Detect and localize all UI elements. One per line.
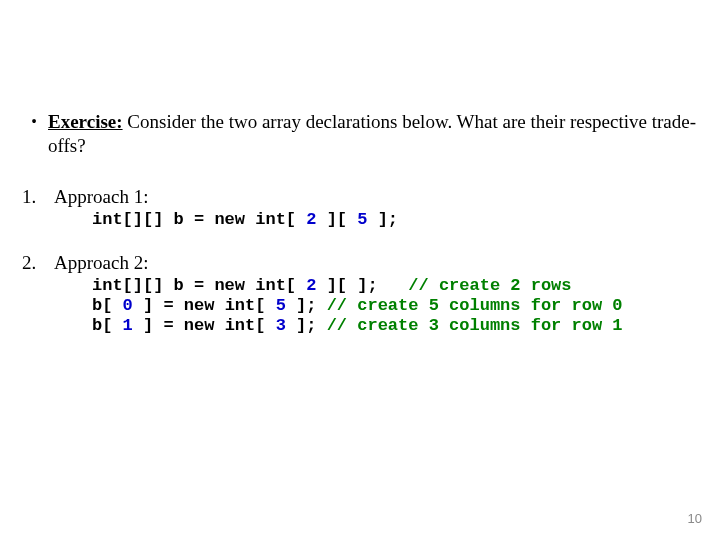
code-number: 5 (276, 296, 286, 315)
code-number: 0 (123, 296, 133, 315)
code-text: b[ (92, 296, 123, 315)
code-comment: // create 3 columns for row 1 (327, 316, 623, 335)
approach-2-title: Approach 2: (54, 252, 700, 274)
bullet-dot: • (20, 110, 48, 134)
code-text: int[][] b = new int[ (92, 276, 306, 295)
exercise-bullet: • Exercise: Consider the two array decla… (20, 110, 700, 158)
exercise-text: Exercise: Consider the two array declara… (48, 110, 700, 158)
code-text: ] = new int[ (133, 296, 276, 315)
code-text: b[ (92, 316, 123, 335)
approach-2-row: 2. Approach 2: (20, 252, 700, 274)
code-number: 2 (306, 210, 316, 229)
code-number: 3 (276, 316, 286, 335)
approach-1-number: 1. (20, 186, 54, 208)
code-text: ][ (316, 210, 357, 229)
page-number: 10 (688, 511, 702, 526)
code-comment: // create 5 columns for row 0 (327, 296, 623, 315)
slide: • Exercise: Consider the two array decla… (0, 0, 720, 540)
approach-1-row: 1. Approach 1: (20, 186, 700, 208)
code-number: 2 (306, 276, 316, 295)
code-text: ]; (286, 296, 327, 315)
code-comment: // create 2 rows (408, 276, 571, 295)
code-text: ] = new int[ (133, 316, 276, 335)
approach-2-code: int[][] b = new int[ 2 ][ ]; // create 2… (92, 276, 700, 336)
code-text: ][ ]; (316, 276, 408, 295)
code-number: 5 (357, 210, 367, 229)
approach-2-number: 2. (20, 252, 54, 274)
code-number: 1 (123, 316, 133, 335)
code-text: ]; (286, 316, 327, 335)
exercise-label: Exercise: (48, 111, 123, 132)
code-text: int[][] b = new int[ (92, 210, 306, 229)
approach-1-code: int[][] b = new int[ 2 ][ 5 ]; (92, 210, 700, 230)
code-text: ]; (367, 210, 398, 229)
approach-1-title: Approach 1: (54, 186, 700, 208)
exercise-prompt-text: Consider the two array declarations belo… (48, 111, 696, 156)
